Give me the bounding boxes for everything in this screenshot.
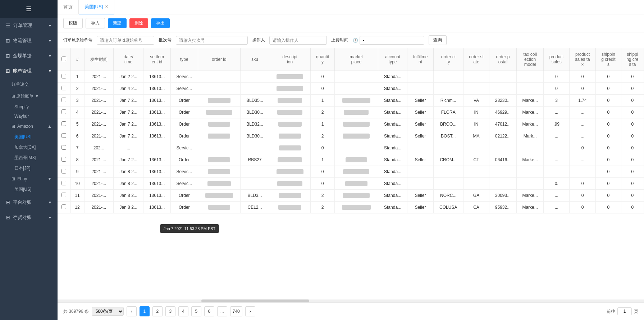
search-button[interactable]: 查询 — [429, 35, 447, 45]
sidebar-item-us-amazon[interactable]: 美国[US] — [0, 132, 58, 142]
col-marketplace[interactable]: marketplace — [334, 48, 378, 71]
page-btn-1[interactable]: 1 — [140, 306, 150, 316]
cell-date_time: Jan 2 2... — [114, 71, 143, 83]
cell-checkbox[interactable] — [58, 202, 70, 213]
sidebar-item-ebay[interactable]: ⊞ Ebay ▼ — [0, 173, 58, 184]
col-product-sales[interactable]: productsales — [544, 48, 569, 71]
calendar-icon: 🕐 — [353, 38, 358, 43]
cell-num: 8 — [70, 154, 84, 166]
col-order-city[interactable]: order city — [433, 48, 463, 71]
cell-order_postal: 46929... — [489, 107, 517, 118]
col-type[interactable]: type — [170, 48, 198, 71]
cell-checkbox[interactable] — [58, 178, 70, 190]
sidebar-item-bill-transfer[interactable]: 账单递交 — [0, 78, 58, 90]
tab-us-amazon[interactable]: 美国[US] ✕ — [79, 0, 114, 14]
delete-button[interactable]: 删除 — [129, 18, 148, 28]
col-发生时间[interactable]: 发生时间 — [84, 48, 113, 71]
order-id-input[interactable] — [97, 36, 154, 45]
cell-checkbox[interactable] — [58, 107, 70, 118]
cell-checkbox[interactable] — [58, 130, 70, 142]
page-btn-4[interactable]: 4 — [178, 306, 188, 316]
sidebar-item-jp-amazon[interactable]: 日本[JP] — [0, 163, 58, 173]
cell-checkbox[interactable] — [58, 83, 70, 95]
page-btn-3[interactable]: 3 — [165, 306, 175, 316]
cell-product_sales_tax: ... — [569, 107, 595, 118]
cell-checkbox[interactable] — [58, 71, 70, 83]
sidebar-item-shopify[interactable]: Shopify — [0, 102, 58, 112]
cell-product_sales: 0. — [544, 178, 569, 190]
horizontal-scrollbar[interactable] — [58, 299, 644, 302]
tab-home[interactable]: 首页 — [58, 0, 79, 14]
cell-checkbox[interactable] — [58, 95, 70, 107]
sidebar-item-gold-butterfly[interactable]: ⊞ 金蝶单据 ▼ — [0, 48, 58, 63]
sidebar-item-order-mgmt[interactable]: ☰ 订单管理 ▼ — [0, 18, 58, 33]
sidebar-item-us-ebay[interactable]: 美国[US] — [0, 184, 58, 195]
col-order-postal[interactable]: order postal — [489, 48, 517, 71]
col-settlement-id[interactable]: settlement id — [143, 48, 171, 71]
cell-description — [269, 107, 310, 118]
col-account-type[interactable]: accounttype — [378, 48, 407, 71]
col-product-sales-tax[interactable]: productsales tax — [569, 48, 595, 71]
col-tax-model[interactable]: tax collectionmodel — [516, 48, 544, 71]
cell-tax_model: Marke... — [516, 118, 544, 130]
col-sku[interactable]: sku — [241, 48, 269, 71]
page-prev-btn[interactable]: ‹ — [127, 306, 137, 316]
cell-checkbox[interactable] — [58, 118, 70, 130]
sidebar-item-wayfair[interactable]: Wayfair — [0, 112, 58, 121]
sidebar-item-bill-mgmt[interactable]: ⊞ 账单管理 ▼ — [0, 63, 58, 78]
col-fulfillment[interactable]: fulfillment — [407, 48, 433, 71]
page-btn-2[interactable]: 2 — [152, 306, 163, 316]
cell-marketplace — [334, 142, 378, 154]
col-date-time[interactable]: date/time — [114, 48, 143, 71]
page-btn-6[interactable]: 6 — [204, 306, 214, 316]
col-order-id[interactable]: order id — [198, 48, 241, 71]
col-quantity[interactable]: quantity — [311, 48, 334, 71]
col-shipping-cre-ta[interactable]: shipping cres ta — [621, 48, 644, 71]
cell-order_state — [463, 71, 489, 83]
col-description[interactable]: description — [269, 48, 310, 71]
sidebar-toggle[interactable]: ☰ — [0, 0, 58, 18]
cell-account_type: Standa... — [378, 142, 407, 154]
sidebar-item-inventory-reconcile[interactable]: ⊞ 存货对账 ▼ — [0, 210, 58, 225]
select-all-checkbox[interactable] — [58, 48, 70, 71]
new-button[interactable]: 新建 — [108, 18, 127, 28]
sidebar-item-amazon[interactable]: ⊞ Amazon ▲ — [0, 121, 58, 132]
import-button[interactable]: 导入 — [86, 18, 105, 28]
page-btn-740[interactable]: 740 — [230, 306, 242, 316]
cell-checkbox[interactable] — [58, 166, 70, 178]
sidebar-item-platform-reconcile[interactable]: ⊞ 平台对账 ▼ — [0, 195, 58, 210]
col-shipping-credits[interactable]: shipping credits — [596, 48, 621, 71]
tab-close-icon[interactable]: ✕ — [105, 4, 108, 9]
filter-row: 订单id原始单号 批次号 操作人 上传时间 🕐 查询 — [58, 32, 644, 48]
table-header-row: # 发生时间 date/time settlement id type orde… — [58, 48, 644, 71]
cell-checkbox[interactable] — [58, 142, 70, 154]
cell-fulfillment — [407, 142, 433, 154]
page-next-btn[interactable]: › — [245, 306, 255, 316]
template-button[interactable]: 模版 — [63, 18, 83, 28]
goto-page-input[interactable] — [617, 307, 632, 315]
cell-type: Servic... — [170, 71, 198, 83]
cell-checkbox[interactable] — [58, 154, 70, 166]
sidebar-item-ca-amazon[interactable]: 加拿大[CA] — [0, 142, 58, 153]
batch-no-input[interactable] — [176, 36, 248, 45]
sidebar-item-logistics-mgmt[interactable]: ⊞ 物流管理 ▼ — [0, 33, 58, 48]
cell-settlement_id: 13613... — [143, 178, 171, 190]
sidebar-item-mx-amazon[interactable]: 墨西哥[MX] — [0, 153, 58, 163]
cell-num: 4 — [70, 107, 84, 118]
cell-order_id — [198, 71, 241, 83]
page-btn-ellipsis[interactable]: ... — [217, 306, 227, 316]
page-btn-5[interactable]: 5 — [191, 306, 201, 316]
page-size-select[interactable]: 500条/页 100条/页 200条/页 1000条/页 — [92, 307, 124, 316]
upload-time-input[interactable] — [360, 36, 424, 45]
cell-description — [269, 142, 310, 154]
export-button[interactable]: 导出 — [151, 18, 170, 28]
cell-date_time: Jan 8 2... — [114, 202, 143, 213]
tooltip: Jan 7 2021 11:53:28 PM PST — [160, 224, 219, 233]
cell-description — [269, 118, 310, 130]
operator-input[interactable] — [269, 36, 327, 45]
col-order-state[interactable]: order state — [463, 48, 489, 71]
cell-checkbox[interactable] — [58, 190, 70, 202]
gold-butterfly-icon: ⊞ — [6, 53, 10, 59]
sidebar-item-original-bill[interactable]: ⊞ 原始账单 ▼ — [0, 90, 58, 102]
scrollbar-thumb[interactable] — [201, 299, 309, 302]
